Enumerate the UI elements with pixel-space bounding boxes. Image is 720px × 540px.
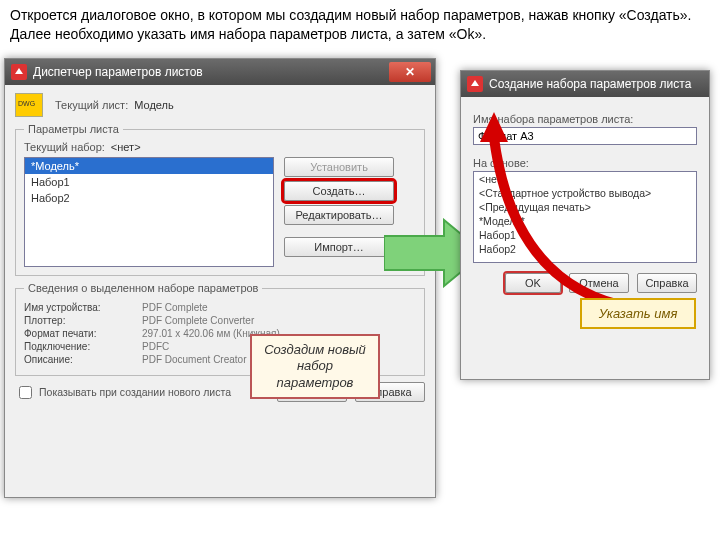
current-set-label: Текущий набор:	[24, 141, 105, 153]
description-label: Описание:	[24, 354, 134, 365]
list-item[interactable]: Набор2	[25, 190, 273, 206]
description-value: PDF Document Creator	[142, 354, 246, 365]
window-title: Создание набора параметров листа	[489, 77, 691, 91]
callout-specify-name: Указать имя	[580, 298, 696, 329]
callout-create-new-set: Создадим новый набор параметров	[250, 334, 380, 399]
device-label: Имя устройства:	[24, 302, 134, 313]
current-sheet-value: Модель	[134, 99, 173, 111]
show-on-new-checkbox[interactable]: Показывать при создании нового листа	[15, 383, 269, 402]
plotter-value: PDF Complete Converter	[142, 315, 254, 326]
close-icon[interactable]: ✕	[389, 62, 431, 82]
list-item[interactable]: *Модель*	[25, 158, 273, 174]
app-icon	[467, 76, 483, 92]
page-setup-listbox[interactable]: *Модель* Набор1 Набор2	[24, 157, 274, 267]
plotter-label: Плоттер:	[24, 315, 134, 326]
current-sheet-label: Текущий лист:	[55, 99, 128, 111]
device-value: PDF Complete	[142, 302, 208, 313]
titlebar: Диспетчер параметров листов ✕	[5, 59, 435, 85]
sheet-params-legend: Параметры листа	[24, 123, 123, 135]
instruction-text: Откроется диалоговое окно, в котором мы …	[0, 0, 720, 54]
set-current-button[interactable]: Установить	[284, 157, 394, 177]
edit-button[interactable]: Редактировать…	[284, 205, 394, 225]
list-item[interactable]: Набор1	[25, 174, 273, 190]
figure-area: Диспетчер параметров листов ✕ Текущий ли…	[4, 58, 716, 536]
import-button[interactable]: Импорт…	[284, 237, 394, 257]
show-on-new-checkbox-input[interactable]	[19, 386, 32, 399]
selected-info-legend: Сведения о выделенном наборе параметров	[24, 282, 262, 294]
window-title: Диспетчер параметров листов	[33, 65, 203, 79]
page-setup-manager-dialog: Диспетчер параметров листов ✕ Текущий ли…	[4, 58, 436, 498]
sheet-params-group: Параметры листа Текущий набор: <нет> *Мо…	[15, 123, 425, 276]
titlebar: Создание набора параметров листа	[461, 71, 709, 97]
connection-value: PDFC	[142, 341, 169, 352]
current-set-value: <нет>	[111, 141, 141, 153]
create-button[interactable]: Создать…	[284, 181, 394, 201]
show-on-new-label: Показывать при создании нового листа	[39, 386, 231, 398]
dwg-icon	[15, 93, 43, 117]
format-label: Формат печати:	[24, 328, 134, 339]
connection-label: Подключение:	[24, 341, 134, 352]
app-icon	[11, 64, 27, 80]
svg-marker-1	[480, 112, 508, 142]
